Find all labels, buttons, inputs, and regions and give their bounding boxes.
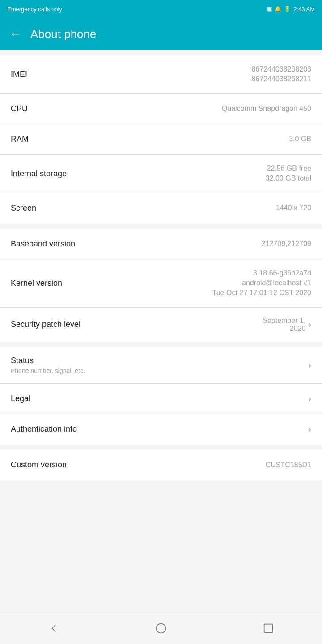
cpu-row: CPU Qualcomm Snapdragon 450 <box>0 94 322 124</box>
cpu-value: Qualcomm Snapdragon 450 <box>222 104 311 114</box>
custom-version-card: Custom version CUSTC185D1 <box>0 450 322 480</box>
imei-value-1: 867244038268203 <box>252 64 311 74</box>
legal-label: Legal <box>11 394 30 403</box>
status-left: Status Phone number, signal, etc. <box>11 356 85 374</box>
kernel-value-2: android@localhost #1 <box>242 278 311 288</box>
kernel-value-1: 3.18.66-g36b2a7d <box>253 268 311 278</box>
back-nav-button[interactable] <box>43 618 64 639</box>
links-card: Status Phone number, signal, etc. › Lega… <box>0 347 322 445</box>
legal-left: Legal <box>11 394 30 403</box>
hardware-info-card: IMEI 867244038268203 867244038268211 CPU… <box>0 55 322 224</box>
ram-label: RAM <box>11 135 29 144</box>
auth-label: Authentication info <box>11 424 77 434</box>
storage-row: Internal storage 22.56 GB free 32.00 GB … <box>0 155 322 193</box>
security-patch-row[interactable]: Security patch level September 1,2020 › <box>0 308 322 342</box>
auth-row[interactable]: Authentication info › <box>0 414 322 445</box>
kernel-value: 3.18.66-g36b2a7d android@localhost #1 Tu… <box>212 268 311 298</box>
ram-value: 3.0 GB <box>289 134 311 144</box>
custom-version-label: Custom version <box>11 460 67 470</box>
top-bar: ← About phone <box>0 18 322 50</box>
custom-version-value: CUSTC185D1 <box>266 460 311 470</box>
baseband-row: Baseband version 212709,212709 <box>0 229 322 259</box>
kernel-row: Kernel version 3.18.66-g36b2a7d android@… <box>0 259 322 308</box>
status-bar: Emergency calls only ▣ 🔔 🔋 2:43 AM <box>0 0 322 18</box>
status-time: 2:43 AM <box>293 6 315 13</box>
storage-value: 22.56 GB free 32.00 GB total <box>266 164 311 184</box>
software-info-card: Baseband version 212709,212709 Kernel ve… <box>0 229 322 342</box>
svg-rect-1 <box>264 624 273 632</box>
imei-value-2: 867244038268211 <box>252 74 311 84</box>
baseband-value: 212709,212709 <box>262 239 311 249</box>
recents-nav-icon <box>262 622 275 635</box>
cpu-label: CPU <box>11 104 28 114</box>
status-row[interactable]: Status Phone number, signal, etc. › <box>0 347 322 384</box>
kernel-value-3: Tue Oct 27 17:01:12 CST 2020 <box>212 288 311 298</box>
back-nav-icon <box>47 622 60 635</box>
back-button[interactable]: ← <box>9 27 21 41</box>
security-label: Security patch level <box>11 320 80 329</box>
security-chevron-icon: › <box>308 319 311 330</box>
status-label: Status <box>11 356 85 365</box>
imei-row: IMEI 867244038268203 867244038268211 <box>0 55 322 94</box>
recents-nav-button[interactable] <box>258 618 279 639</box>
content-area: IMEI 867244038268203 867244038268211 CPU… <box>0 50 322 612</box>
status-right-area: ▣ 🔔 🔋 2:43 AM <box>267 6 315 13</box>
status-sublabel: Phone number, signal, etc. <box>11 367 85 374</box>
storage-label: Internal storage <box>11 169 67 178</box>
screen-value: 644 x 322 <box>276 203 311 213</box>
home-nav-icon <box>155 622 167 635</box>
storage-free: 22.56 GB free <box>267 164 311 174</box>
home-nav-button[interactable] <box>150 618 172 639</box>
security-value: September 1,2020 <box>263 317 305 333</box>
battery-icon: 🔋 <box>284 6 291 12</box>
vibrate-icon: 🔔 <box>275 6 281 12</box>
baseband-label: Baseband version <box>11 239 75 249</box>
auth-left: Authentication info <box>11 424 77 434</box>
page-title: About phone <box>30 27 96 41</box>
screen-label: Screen <box>11 203 36 213</box>
screen-row: Screen 644 x 322 <box>0 193 322 224</box>
auth-chevron-icon: › <box>308 424 311 434</box>
status-chevron-icon: › <box>308 360 311 370</box>
ram-row: RAM 3.0 GB <box>0 124 322 155</box>
legal-row[interactable]: Legal › <box>0 384 322 414</box>
signal-icon: ▣ <box>267 6 272 12</box>
security-value-wrap: September 1,2020 › <box>263 317 311 333</box>
legal-chevron-icon: › <box>308 394 311 404</box>
custom-version-row: Custom version CUSTC185D1 <box>0 450 322 480</box>
imei-label: IMEI <box>11 70 27 79</box>
kernel-label: Kernel version <box>11 279 62 288</box>
svg-point-0 <box>157 623 166 633</box>
imei-value: 867244038268203 867244038268211 <box>252 64 311 85</box>
status-emergency-text: Emergency calls only <box>7 6 62 13</box>
bottom-navigation <box>0 612 322 644</box>
storage-total: 32.00 GB total <box>266 174 311 183</box>
